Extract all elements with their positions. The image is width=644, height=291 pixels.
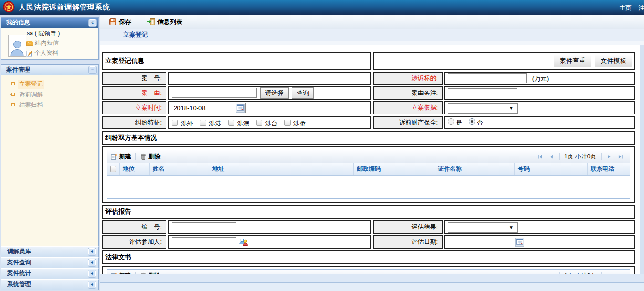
doc-template-button[interactable]: 文件模板 — [595, 55, 632, 67]
cause-label: 案 由: — [102, 86, 166, 100]
parties-grid-body — [107, 176, 630, 198]
report-date-input[interactable] — [448, 239, 515, 246]
chevron-down-icon: ▼ — [509, 225, 514, 230]
report-participants-label: 评估参加人: — [102, 235, 166, 249]
delete-party-button[interactable]: 删除 — [140, 153, 160, 161]
person-icon — [10, 39, 24, 56]
report-section-title: 评估报告 — [102, 205, 635, 219]
checkbox-taiwan[interactable] — [256, 120, 262, 126]
sidebar-item-case-archive[interactable]: 结案归档 — [1, 100, 98, 110]
cause-choose-button[interactable]: 请选择 — [260, 87, 289, 99]
last-page-icon[interactable] — [615, 154, 626, 160]
next-page-icon[interactable] — [603, 273, 615, 275]
calendar-icon[interactable] — [236, 104, 245, 113]
content-area: 立案登记信息 案件查重 文件模板 案 号: 涉诉标的: (万元) 案 由: — [100, 45, 640, 274]
home-link[interactable]: 主页 — [619, 4, 632, 12]
cause-note-input[interactable] — [448, 88, 517, 98]
sidebar-item-pre-mediation[interactable]: 诉前调解 — [1, 89, 98, 100]
collapse-panel-button[interactable]: − — [89, 66, 96, 73]
sidebar-panel-case-query[interactable]: 案件查询 + — [1, 257, 99, 268]
delete-doc-button[interactable]: 删除 — [140, 272, 160, 275]
page-summary: 1页 小计0页 — [561, 272, 599, 275]
info-list-button[interactable]: 信息列表 — [144, 18, 185, 26]
new-icon — [111, 153, 117, 160]
tree-bullet-icon — [11, 93, 15, 96]
select-all-checkbox[interactable] — [110, 166, 116, 172]
column-header: 姓名 — [150, 163, 209, 175]
column-header: 证件名称 — [435, 163, 515, 175]
amount-input[interactable] — [448, 73, 527, 83]
envelope-icon — [26, 41, 33, 46]
avatar — [8, 35, 26, 57]
case-dup-check-button[interactable]: 案件查重 — [554, 55, 591, 67]
logout-link[interactable]: 注销 — [638, 4, 644, 12]
expand-icon[interactable]: + — [88, 259, 96, 266]
radio-preservation-yes[interactable] — [448, 118, 454, 125]
edit-profile-icon — [26, 50, 33, 57]
cause-query-button[interactable]: 查询 — [292, 87, 314, 99]
column-header: 地位 — [120, 163, 150, 175]
column-header: 联系电话 — [588, 163, 630, 175]
top-bar: 人民法院诉前调解管理系统 主页 注销 — [0, 0, 644, 15]
prev-page-icon[interactable] — [546, 154, 557, 160]
expand-icon[interactable]: + — [88, 248, 96, 255]
collapse-sidebar-button[interactable]: « — [89, 19, 96, 26]
page-summary: 1页 小计0页 — [561, 153, 599, 161]
main-toolbar: 保存 信息列表 — [100, 15, 644, 29]
case-mgmt-title: 案件管理 — [6, 66, 30, 74]
first-page-icon[interactable] — [534, 273, 546, 275]
profile-link[interactable]: 个人资料 — [26, 49, 58, 57]
docs-pagination: 1页 小计0页 — [534, 272, 626, 275]
calendar-icon[interactable] — [515, 238, 524, 247]
sidebar-panel-case-stats[interactable]: 案件统计 + — [1, 268, 99, 279]
toolbar-separator — [135, 153, 136, 160]
first-page-icon[interactable] — [534, 154, 546, 160]
trash-icon — [140, 153, 146, 160]
sidebar-item-case-register[interactable]: 立案登记 — [1, 79, 98, 89]
select-people-icon[interactable] — [239, 240, 248, 247]
features-label: 纠纷特征: — [102, 116, 166, 129]
sidebar-panel-mediators[interactable]: 调解员库 + — [1, 246, 99, 257]
file-date-input[interactable] — [172, 104, 236, 112]
checkbox-foreign[interactable] — [172, 120, 178, 126]
court-emblem-icon — [3, 1, 15, 14]
case-mgmt-header: 案件管理 − — [1, 65, 98, 75]
tab-case-register[interactable]: 立案登记 — [117, 30, 154, 40]
column-header: 地址 — [209, 163, 354, 175]
new-party-button[interactable]: 新建 — [111, 153, 131, 161]
next-page-icon[interactable] — [603, 154, 615, 160]
sidebar: 我的信息 « sa ( 院领导 ) 站内短信 — [0, 15, 100, 291]
save-button[interactable]: 保存 — [106, 18, 134, 26]
report-participants-input[interactable] — [172, 237, 236, 247]
cause-note-label: 案由备注: — [373, 86, 443, 100]
form-section-title: 立案登记信息 — [105, 57, 144, 64]
column-header: 邮政编码 — [354, 163, 435, 175]
checkbox-hongkong[interactable] — [200, 120, 206, 126]
parties-pagination: 1页 小计0页 — [534, 153, 626, 161]
checkbox-overseas[interactable] — [284, 120, 291, 126]
docs-grid: 新建 删除 — [107, 269, 630, 274]
expand-icon[interactable]: + — [88, 270, 96, 277]
save-icon — [109, 18, 116, 25]
bottom-strip — [100, 274, 644, 282]
basis-select[interactable]: ▼ — [448, 103, 518, 114]
last-page-icon[interactable] — [615, 273, 626, 275]
report-date-label: 评估日期: — [373, 235, 443, 249]
checkbox-macau[interactable] — [228, 120, 234, 126]
expand-icon[interactable]: + — [88, 281, 96, 288]
case-mgmt-tree: 立案登记 诉前调解 结案归档 — [1, 75, 98, 246]
radio-preservation-no[interactable] — [469, 118, 475, 125]
prev-page-icon[interactable] — [546, 273, 557, 275]
preservation-label: 诉前财产保全: — [373, 116, 443, 129]
site-message-link[interactable]: 站内短信 — [26, 39, 59, 47]
cause-input[interactable] — [172, 88, 257, 98]
file-date-label: 立案时间: — [102, 101, 166, 114]
my-info-body: sa ( 院领导 ) 站内短信 个人资料 — [1, 28, 98, 59]
sidebar-panel-system-mgmt[interactable]: 系统管理 + — [1, 279, 99, 290]
report-no-input[interactable] — [172, 222, 236, 232]
report-result-select[interactable]: ▼ — [448, 222, 518, 233]
tab-bar: 立案登记 — [100, 29, 644, 41]
my-info-title: 我的信息 — [6, 19, 30, 27]
new-doc-button[interactable]: 新建 — [111, 272, 131, 275]
amount-unit: (万元) — [532, 75, 549, 82]
